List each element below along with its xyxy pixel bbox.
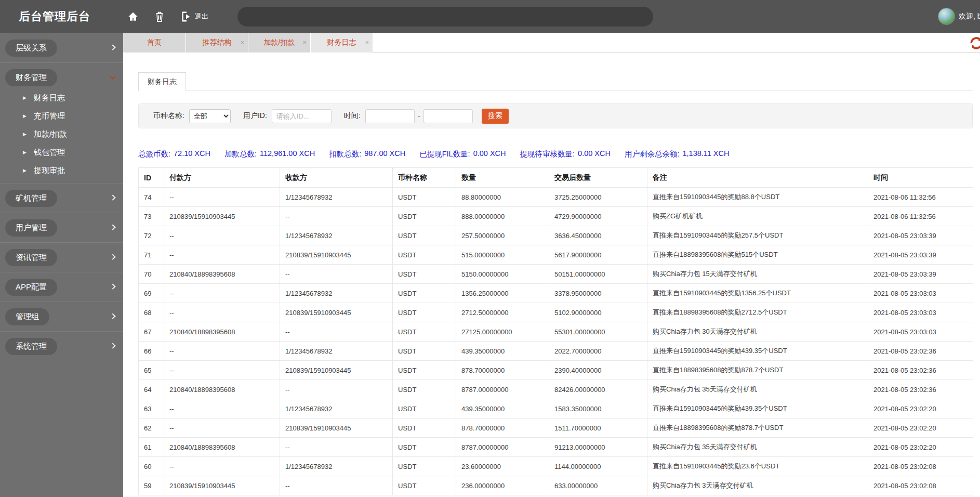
table-cell: 210840/18898395608 bbox=[164, 380, 280, 399]
refresh-icon[interactable] bbox=[970, 36, 980, 50]
table-cell: USDT bbox=[393, 438, 456, 457]
table-cell: 1/12345678932 bbox=[280, 399, 393, 418]
tab-item[interactable]: 推荐结构× bbox=[186, 33, 248, 53]
stat-value: 0.00 XCH bbox=[578, 149, 611, 159]
table-cell: 购买Chia存力包 30天满存交付矿机 bbox=[647, 322, 868, 342]
sidebar-item[interactable]: 层级关系 bbox=[0, 36, 123, 59]
table-body: 74--1/12345678932USDT88.800000003725.250… bbox=[139, 188, 973, 495]
sidebar-item-label: 管理组 bbox=[5, 308, 49, 325]
sidebar-item[interactable]: 管理组 bbox=[0, 305, 123, 328]
table-cell: 257.50000000 bbox=[456, 226, 549, 245]
time-start-input[interactable] bbox=[365, 109, 415, 123]
table-row: 74--1/12345678932USDT88.800000003725.250… bbox=[139, 188, 973, 207]
sidebar-subitem[interactable]: ▶钱包管理 bbox=[0, 143, 123, 162]
table-cell: -- bbox=[164, 361, 280, 380]
sidebar-item-label: 用户管理 bbox=[5, 219, 57, 237]
avatar[interactable] bbox=[938, 8, 955, 25]
table-cell: USDT bbox=[393, 322, 456, 342]
home-button[interactable] bbox=[127, 11, 139, 22]
table-cell: 82426.00000000 bbox=[549, 380, 647, 399]
close-icon[interactable]: × bbox=[365, 39, 369, 46]
sidebar-item[interactable]: APP配置 bbox=[0, 276, 123, 298]
time-range-separator: - bbox=[418, 111, 420, 121]
close-icon[interactable]: × bbox=[302, 39, 307, 46]
sidebar-subitem[interactable]: ▶充币管理 bbox=[0, 107, 123, 125]
table-cell: 27125.00000000 bbox=[456, 322, 549, 342]
header-actions: 退出 bbox=[127, 11, 208, 22]
sidebar-item[interactable]: 财务管理 bbox=[0, 66, 123, 89]
table-cell: 50151.00000000 bbox=[549, 265, 647, 284]
table-cell: 2021-08-05 23:03:39 bbox=[868, 226, 973, 245]
table-cell: 2021-08-05 23:03:39 bbox=[868, 245, 973, 265]
table-cell: 2021-08-05 23:03:03 bbox=[868, 322, 973, 342]
table-cell: 23.60000000 bbox=[456, 457, 549, 476]
table-cell: 5150.00000000 bbox=[456, 265, 549, 284]
sidebar-group: APP配置 bbox=[0, 272, 123, 302]
table-row: 59210839/15910903445--USDT236.0000000063… bbox=[139, 476, 973, 495]
table-cell: 1/12345678932 bbox=[280, 188, 393, 207]
time-end-input[interactable] bbox=[423, 109, 473, 123]
stat-item: 已提现FIL数量:0.00 XCH bbox=[419, 149, 506, 159]
table-cell: 购买Chia存力包 15天满存交付矿机 bbox=[647, 265, 868, 284]
table-cell: 2021-08-05 23:02:20 bbox=[868, 438, 973, 457]
table-cell: 59 bbox=[139, 476, 164, 495]
table-cell: 2021-08-05 23:02:36 bbox=[868, 342, 973, 361]
table-cell: 2021-08-05 23:02:36 bbox=[868, 361, 973, 380]
panel-title-tab[interactable]: 财务日志 bbox=[138, 72, 186, 91]
tab-label: 财务日志 bbox=[327, 38, 356, 47]
sidebar-subitem[interactable]: ▶加款/扣款 bbox=[0, 125, 123, 143]
table-cell: 2712.50000000 bbox=[456, 303, 549, 322]
table-cell: 210839/15910903445 bbox=[280, 361, 393, 380]
table-cell: 1356.25000000 bbox=[456, 284, 549, 303]
sidebar-item-label: 资讯管理 bbox=[5, 249, 57, 266]
sidebar-group: 财务管理▶财务日志▶充币管理▶加款/扣款▶钱包管理▶提现审批 bbox=[0, 63, 123, 184]
table-cell: USDT bbox=[393, 188, 456, 207]
table-cell: -- bbox=[164, 245, 280, 265]
stat-label: 已提现FIL数量: bbox=[419, 149, 470, 159]
table-cell: 210840/18898395608 bbox=[164, 438, 280, 457]
top-header: 后台管理后台 退出 欢迎, bih bbox=[0, 0, 980, 33]
search-bar[interactable] bbox=[237, 7, 653, 27]
table-cell: 61 bbox=[139, 438, 164, 457]
table-cell: 购买Chia存力包 3天满存交付矿机 bbox=[647, 476, 868, 495]
submenu-arrow-icon: ▶ bbox=[23, 96, 27, 100]
table-cell: USDT bbox=[393, 265, 456, 284]
sidebar-item[interactable]: 资讯管理 bbox=[0, 246, 123, 269]
stat-label: 用户剩余总余额: bbox=[625, 149, 680, 159]
close-icon[interactable]: × bbox=[240, 39, 244, 46]
tab-item[interactable]: 加款/扣款× bbox=[248, 33, 310, 53]
sidebar-subitem[interactable]: ▶提现审批 bbox=[0, 162, 123, 180]
sidebar: 层级关系财务管理▶财务日志▶充币管理▶加款/扣款▶钱包管理▶提现审批矿机管理用户… bbox=[0, 33, 123, 497]
user-id-input[interactable] bbox=[272, 109, 332, 123]
table-cell: 515.00000000 bbox=[456, 245, 549, 265]
search-button[interactable]: 搜索 bbox=[482, 109, 509, 124]
coin-select[interactable]: 全部 bbox=[189, 109, 231, 123]
chevron-right-icon bbox=[110, 284, 115, 290]
table-cell: 2021-08-05 23:02:36 bbox=[868, 380, 973, 399]
sidebar-item[interactable]: 矿机管理 bbox=[0, 187, 123, 210]
table-cell: -- bbox=[164, 284, 280, 303]
summary-stats: 总派币数:72.10 XCH加款总数:112,961.00 XCH扣款总数:98… bbox=[138, 149, 973, 159]
table-cell: 71 bbox=[139, 245, 164, 265]
table-row: 62--210839/15910903445USDT878.7000000015… bbox=[139, 418, 973, 438]
table-cell: 5102.90000000 bbox=[549, 303, 647, 322]
table-cell: 210840/18898395608 bbox=[164, 322, 280, 342]
sidebar-item[interactable]: 系统管理 bbox=[0, 335, 123, 358]
tab-item[interactable]: 首页 bbox=[123, 33, 186, 53]
trash-button[interactable] bbox=[154, 11, 165, 22]
stat-label: 扣款总数: bbox=[329, 149, 361, 159]
sidebar-subitem[interactable]: ▶财务日志 bbox=[0, 89, 123, 107]
table-cell: 1/12345678932 bbox=[280, 284, 393, 303]
table-cell: 2021-08-06 11:32:56 bbox=[868, 207, 973, 226]
table-cell: -- bbox=[164, 303, 280, 322]
column-header: 付款方 bbox=[164, 168, 280, 188]
logout-button[interactable]: 退出 bbox=[180, 11, 208, 22]
tab-label: 推荐结构 bbox=[203, 38, 232, 47]
sidebar-item[interactable]: 用户管理 bbox=[0, 216, 123, 239]
table-cell: -- bbox=[280, 380, 393, 399]
table-cell: 91213.00000000 bbox=[549, 438, 647, 457]
stat-item: 扣款总数:987.00 XCH bbox=[329, 149, 405, 159]
stat-item: 提现待审核数量:0.00 XCH bbox=[520, 149, 611, 159]
tab-active[interactable]: 财务日志× bbox=[310, 33, 373, 53]
table-cell: 2021-08-05 23:03:03 bbox=[868, 284, 973, 303]
